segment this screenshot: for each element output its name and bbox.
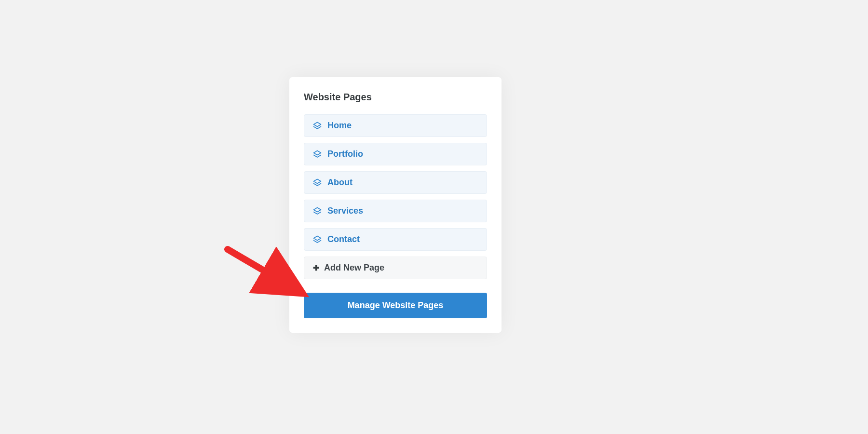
svg-marker-1 xyxy=(314,150,321,155)
page-item-label: About xyxy=(327,177,353,188)
svg-marker-4 xyxy=(314,236,321,240)
page-item-portfolio[interactable]: Portfolio xyxy=(304,143,487,165)
plus-icon: ✚ xyxy=(313,264,319,272)
page-item-label: Portfolio xyxy=(327,149,363,159)
page-item-label: Home xyxy=(327,121,352,131)
page-item-services[interactable]: Services xyxy=(304,200,487,222)
layers-icon xyxy=(313,235,322,244)
add-new-page-label: Add New Page xyxy=(324,263,384,273)
svg-marker-3 xyxy=(314,207,321,212)
website-pages-panel: Website Pages Home Portfolio About xyxy=(289,77,502,333)
layers-icon xyxy=(313,122,322,130)
layers-icon xyxy=(313,178,322,187)
svg-line-6 xyxy=(228,249,298,290)
add-new-page-button[interactable]: ✚ Add New Page xyxy=(304,257,487,279)
svg-marker-2 xyxy=(314,179,321,183)
panel-title: Website Pages xyxy=(304,92,487,103)
page-item-label: Contact xyxy=(327,234,360,244)
page-item-label: Services xyxy=(327,206,363,216)
page-item-home[interactable]: Home xyxy=(304,114,487,137)
page-item-about[interactable]: About xyxy=(304,171,487,194)
svg-marker-0 xyxy=(314,122,321,126)
layers-icon xyxy=(313,207,322,216)
page-item-contact[interactable]: Contact xyxy=(304,228,487,251)
manage-website-pages-button[interactable]: Manage Website Pages xyxy=(304,293,487,318)
layers-icon xyxy=(313,150,322,159)
